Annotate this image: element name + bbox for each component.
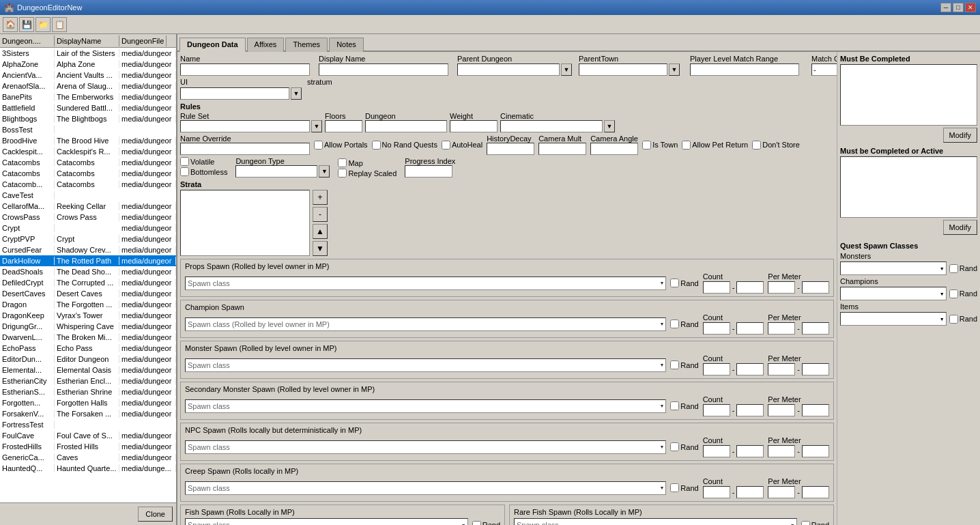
props_spawn-per-meter-max[interactable] [802, 281, 829, 294]
list-item[interactable]: CryptPVP Crypt media/dungeor [0, 233, 176, 244]
items-rand-checkbox[interactable]: Rand [949, 315, 977, 324]
creep_spawn-count-min[interactable] [703, 486, 730, 498]
allow-portals-checkbox[interactable] [314, 141, 323, 150]
creep_spawn-per-meter-min[interactable] [768, 486, 795, 498]
modify-button-2[interactable]: Modify [943, 220, 977, 235]
monsters-dropdown[interactable] [840, 261, 947, 275]
list-item[interactable]: CellarofMa... Reeking Cellar media/dunge… [0, 201, 176, 212]
list-item[interactable]: CrowsPass Crows Pass media/dungeor [0, 212, 176, 223]
replay-scaled-checkbox[interactable] [338, 169, 347, 178]
secondary_monster_spawn-rand-checkbox[interactable]: Rand [670, 401, 698, 410]
parent-dungeon-dropdown[interactable]: ▼ [561, 63, 572, 76]
volatile-checkbox-label[interactable]: Volatile [180, 157, 227, 166]
props_spawn-count-max[interactable] [736, 281, 764, 294]
tab-dungeon-data[interactable]: Dungeon Data [179, 38, 246, 52]
dungeon-list[interactable]: 3Sisters Lair of the Sisters media/dunge… [0, 48, 176, 502]
autoheal-checkbox[interactable] [442, 141, 450, 150]
volatile-checkbox[interactable] [180, 157, 189, 166]
list-item[interactable]: EchoPass Echo Pass media/dungeor [0, 343, 176, 354]
props_spawn-dropdown[interactable]: Spawn class [185, 276, 666, 290]
close-button[interactable]: ✕ [965, 3, 976, 12]
champion_spawn-dropdown[interactable]: Spawn class (Rolled by level owner in MP… [185, 317, 666, 331]
rare-fish-rand-checkbox[interactable]: Rand [801, 521, 829, 526]
strata-remove-button[interactable]: - [313, 207, 328, 222]
new-button[interactable]: 🏠 [3, 17, 18, 32]
list-item[interactable]: DefiledCrypt The Corrupted ... media/dun… [0, 277, 176, 288]
fish-spawn-dropdown[interactable]: Spawn class [185, 518, 468, 525]
tab-themes[interactable]: Themes [285, 38, 328, 52]
list-item[interactable]: Blightbogs The Blightbogs media/dungeor [0, 113, 176, 124]
list-item[interactable]: GenericCa... Caves media/dungeor [0, 452, 176, 463]
list-item[interactable]: 3Sisters Lair of the Sisters media/dunge… [0, 48, 176, 59]
match-offset-input[interactable] [811, 63, 837, 76]
list-item[interactable]: FrostedHills Frosted Hills media/dungeor [0, 441, 176, 452]
allow-pet-checkbox-label[interactable]: Allow Pet Return [682, 141, 748, 150]
list-item[interactable]: Dragon The Forgotten ... media/dungeor [0, 299, 176, 310]
monster_spawn-rand-checkbox[interactable]: Rand [670, 360, 698, 369]
champion_spawn-per-meter-min[interactable] [768, 322, 795, 335]
list-item[interactable]: CaveTest [0, 190, 176, 201]
parent-town-dropdown[interactable]: ▼ [669, 63, 680, 76]
no-rand-quests-checkbox[interactable] [372, 141, 381, 150]
props_spawn-count-min[interactable] [703, 281, 730, 294]
champion_spawn-rand-checkbox[interactable]: Rand [670, 320, 698, 328]
dungeon-type-dropdown[interactable]: ▼ [319, 165, 330, 178]
list-item[interactable]: BanePits The Emberworks media/dungeor [0, 91, 176, 102]
display-name-input[interactable] [319, 63, 448, 76]
fish-rand-checkbox[interactable]: Rand [472, 521, 500, 526]
map-checkbox[interactable] [338, 158, 347, 167]
list-item[interactable]: AncientVa... Ancient Vaults ... media/du… [0, 70, 176, 81]
ui-input[interactable] [180, 87, 289, 100]
npc_spawn-count-min[interactable] [703, 445, 730, 457]
secondary_monster_spawn-count-min[interactable] [703, 404, 730, 416]
is-town-checkbox-label[interactable]: Is Town [642, 141, 678, 150]
replay-scaled-checkbox-label[interactable]: Replay Scaled [338, 169, 397, 178]
cinematic-input[interactable] [500, 120, 603, 132]
parent-town-input[interactable] [579, 63, 667, 76]
list-item[interactable]: Catacombs Catacombs media/dungeor [0, 168, 176, 179]
list-item[interactable]: Catacomb... Catacombs media/dungeor [0, 179, 176, 190]
list-item[interactable]: BossTest [0, 124, 176, 135]
list-item[interactable]: DragonKeep Vyrax's Tower media/dungeor [0, 310, 176, 321]
floors-input[interactable] [325, 120, 362, 132]
monsters-rand-checkbox[interactable]: Rand [949, 264, 977, 273]
props_spawn-per-meter-min[interactable] [768, 281, 795, 294]
list-item[interactable]: DwarvenL... The Broken Mi... media/dunge… [0, 332, 176, 343]
list-item[interactable]: AlphaZone Alpha Zone media/dungeor [0, 59, 176, 70]
map-checkbox-label[interactable]: Map [338, 158, 397, 167]
name-input[interactable] [180, 63, 310, 76]
list-item[interactable]: DrigungGr... Whispering Cave media/dunge… [0, 321, 176, 332]
monster_spawn-per-meter-max[interactable] [802, 363, 829, 375]
npc_spawn-rand-checkbox[interactable]: Rand [670, 442, 698, 451]
list-item[interactable]: Catacombs Catacombs media/dungeor [0, 157, 176, 168]
no-rand-quests-checkbox-label[interactable]: No Rand Quests [372, 141, 437, 150]
list-item[interactable]: Battlefield Sundered Battl... media/dung… [0, 102, 176, 113]
strata-add-button[interactable]: + [313, 190, 328, 205]
bottomless-checkbox[interactable] [180, 167, 189, 176]
npc_spawn-dropdown[interactable]: Spawn class [185, 440, 666, 454]
npc_spawn-per-meter-min[interactable] [768, 445, 795, 457]
list-item[interactable]: BroodHive The Brood Hive media/dungeor [0, 135, 176, 146]
champions-dropdown[interactable] [840, 287, 947, 300]
bottomless-checkbox-label[interactable]: Bottomless [180, 167, 227, 176]
history-decay-input[interactable] [487, 143, 534, 155]
clone-button[interactable]: Clone [138, 507, 173, 522]
open-button[interactable]: 📁 [35, 17, 51, 32]
tab-notes[interactable]: Notes [329, 38, 364, 52]
player-level-input[interactable] [690, 63, 799, 76]
autoheal-checkbox-label[interactable]: AutoHeal [442, 141, 482, 150]
list-item[interactable]: Forgotten... Forgotten Halls media/dunge… [0, 397, 176, 408]
creep_spawn-dropdown[interactable]: Spawn class [185, 481, 666, 495]
champion_spawn-count-min[interactable] [703, 322, 730, 335]
list-item[interactable]: CursedFear Shadowy Crev... media/dungeor [0, 244, 176, 255]
save-button[interactable]: 💾 [19, 17, 34, 32]
list-item[interactable]: Crypt media/dungeor [0, 223, 176, 233]
champions-rand-checkbox[interactable]: Rand [949, 289, 977, 298]
monster_spawn-dropdown[interactable]: Spawn class [185, 358, 666, 372]
allow-portals-checkbox-label[interactable]: Allow Portals [314, 141, 368, 150]
list-item[interactable]: EstherianS... Estherian Shrine media/dun… [0, 386, 176, 397]
secondary_monster_spawn-dropdown[interactable]: Spawn class [185, 399, 666, 413]
strata-down-button[interactable]: ▼ [313, 241, 328, 256]
secondary_monster_spawn-count-max[interactable] [736, 404, 764, 416]
monster_spawn-per-meter-min[interactable] [768, 363, 795, 375]
